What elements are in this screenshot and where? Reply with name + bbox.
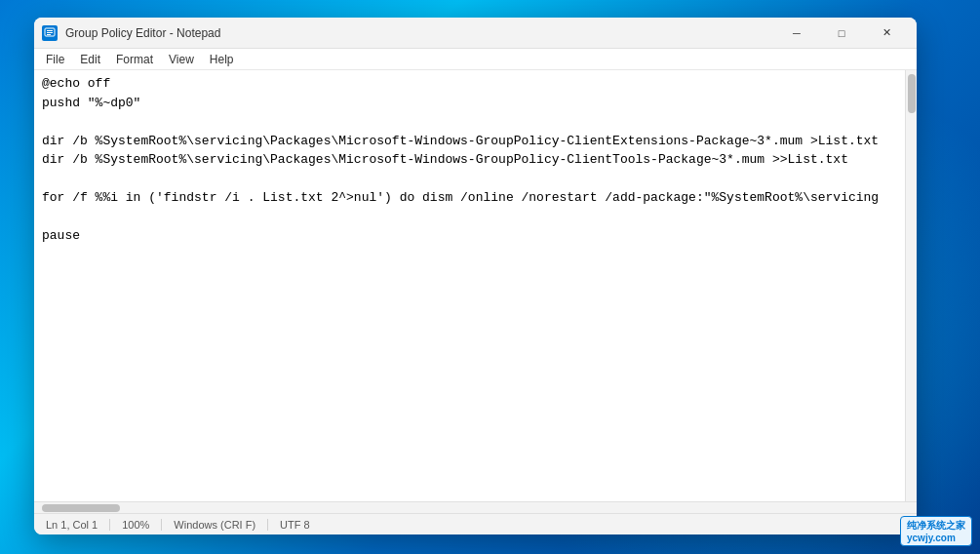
cursor-position: Ln 1, Col 1: [42, 519, 110, 531]
window-title: Group Policy Editor - Notepad: [65, 26, 774, 40]
menu-view[interactable]: View: [161, 51, 202, 68]
horizontal-scrollbar[interactable]: [34, 501, 917, 513]
minimize-button[interactable]: ─: [774, 18, 819, 49]
close-button[interactable]: ✕: [864, 18, 909, 49]
menu-format[interactable]: Format: [108, 51, 161, 68]
watermark: 纯净系统之家 ycwjy.com: [900, 516, 972, 546]
maximize-button[interactable]: □: [819, 18, 864, 49]
watermark-url: ycwjy.com: [907, 533, 956, 543]
status-bar: Ln 1, Col 1 100% Windows (CRI F) UTF 8: [34, 513, 917, 534]
line-endings: Windows (CRI F): [162, 519, 268, 531]
watermark-text: 纯净系统之家: [907, 520, 965, 531]
text-editor[interactable]: @echo off pushd "%~dp0" dir /b %SystemRo…: [34, 70, 905, 501]
zoom-level: 100%: [110, 519, 162, 531]
watermark-badge: 纯净系统之家 ycwjy.com: [900, 516, 972, 546]
menu-bar: File Edit Format View Help: [34, 49, 917, 70]
menu-edit[interactable]: Edit: [72, 51, 108, 68]
scrollbar-thumb-vertical[interactable]: [908, 74, 916, 113]
notepad-window: Group Policy Editor - Notepad ─ □ ✕ File…: [34, 18, 917, 534]
editor-content-area: @echo off pushd "%~dp0" dir /b %SystemRo…: [34, 70, 917, 501]
encoding: UTF 8: [268, 519, 322, 531]
scrollbar-thumb-horizontal[interactable]: [42, 504, 120, 512]
app-icon: [42, 25, 58, 41]
window-controls: ─ □ ✕: [774, 18, 909, 49]
menu-file[interactable]: File: [38, 51, 72, 68]
menu-help[interactable]: Help: [202, 51, 242, 68]
vertical-scrollbar[interactable]: [905, 70, 917, 501]
title-bar: Group Policy Editor - Notepad ─ □ ✕: [34, 18, 917, 49]
